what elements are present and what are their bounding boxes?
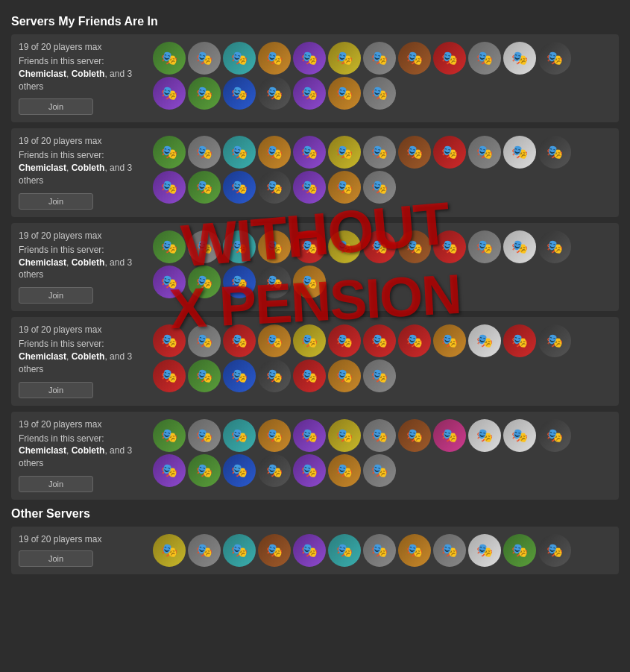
avatar: 🎭 bbox=[258, 136, 291, 169]
avatar: 🎭 bbox=[293, 171, 326, 204]
avatar: 🎭 bbox=[503, 136, 536, 169]
avatar: 🎭 bbox=[328, 77, 361, 110]
friends-text-1: Friends in this server: Chemiclast, Cobl… bbox=[19, 55, 145, 92]
avatar: 🎭 bbox=[188, 136, 221, 169]
avatar: 🎭 bbox=[328, 171, 361, 204]
join-button-2[interactable]: Join bbox=[19, 193, 93, 210]
avatars-grid-4: 🎭 🎭 🎭 🎭 🎭 🎭 🎭 🎭 🎭 🎭 🎭 🎭 🎭 🎭 🎭 🎭 🎭 🎭 🎭 bbox=[153, 324, 600, 392]
player-count-3: 19 of 20 players max bbox=[19, 230, 145, 241]
server-info-4: 19 of 20 players max Friends in this ser… bbox=[19, 324, 145, 398]
friend2-1: Cobleth bbox=[72, 69, 105, 79]
join-button-1[interactable]: Join bbox=[19, 98, 93, 115]
avatar: 🎭 bbox=[293, 136, 326, 169]
server-card-1: 19 of 20 players max Friends in this ser… bbox=[11, 34, 619, 122]
avatar: 🎭 bbox=[398, 534, 431, 567]
friends-text-5: Friends in this server: Chemiclast, Cobl… bbox=[19, 433, 145, 470]
avatar: 🎭 bbox=[503, 42, 536, 75]
other-server-card-1: 19 of 20 players max Join 🎭 🎭 🎭 🎭 🎭 🎭 🎭 … bbox=[11, 527, 619, 574]
join-button-5[interactable]: Join bbox=[19, 476, 93, 492]
avatar: 🎭 bbox=[153, 359, 186, 392]
avatar: 🎭 bbox=[258, 534, 291, 567]
friend2-5: Cobleth bbox=[72, 445, 105, 456]
avatar: 🎭 bbox=[188, 454, 221, 487]
other-section-title: Other Servers bbox=[11, 507, 619, 521]
avatar: 🎭 bbox=[433, 230, 466, 263]
avatar: 🎭 bbox=[538, 534, 571, 567]
join-button-3[interactable]: Join bbox=[19, 287, 93, 304]
avatar: 🎭 bbox=[538, 419, 571, 452]
avatar: 🎭 bbox=[328, 230, 361, 263]
avatar: 🎭 bbox=[468, 136, 501, 169]
server-info-3: 19 of 20 players max Friends in this ser… bbox=[19, 230, 145, 304]
friend1-4: Chemiclast bbox=[19, 351, 66, 362]
avatar: 🎭 bbox=[468, 324, 501, 357]
avatar: 🎭 bbox=[223, 359, 256, 392]
avatar: 🎭 bbox=[328, 324, 361, 357]
avatar: 🎭 bbox=[293, 419, 326, 452]
avatar: 🎭 bbox=[398, 419, 431, 452]
friends-section-title: Servers My Friends Are In bbox=[11, 15, 619, 28]
avatar: 🎭 bbox=[293, 324, 326, 357]
avatar: 🎭 bbox=[538, 42, 571, 75]
avatar: 🎭 bbox=[293, 42, 326, 75]
avatar: 🎭 bbox=[258, 324, 291, 357]
join-button-4[interactable]: Join bbox=[19, 382, 93, 398]
avatar: 🎭 bbox=[188, 324, 221, 357]
friends-text-2: Friends in this server: Chemiclast, Cobl… bbox=[19, 149, 145, 186]
avatar: 🎭 bbox=[258, 77, 291, 110]
player-count-2: 19 of 20 players max bbox=[19, 136, 145, 146]
avatar: 🎭 bbox=[153, 454, 186, 487]
avatar: 🎭 bbox=[538, 136, 571, 169]
friends-text-4: Friends in this server: Chemiclast, Cobl… bbox=[19, 338, 145, 375]
avatar: 🎭 bbox=[188, 77, 221, 110]
friend1-3: Chemiclast bbox=[19, 257, 66, 268]
avatar: 🎭 bbox=[188, 42, 221, 75]
avatar: 🎭 bbox=[153, 42, 186, 75]
avatar: 🎭 bbox=[363, 359, 396, 392]
avatar: 🎭 bbox=[188, 230, 221, 263]
avatar: 🎭 bbox=[468, 42, 501, 75]
friend1-1: Chemiclast bbox=[19, 69, 66, 79]
avatar: 🎭 bbox=[153, 266, 186, 298]
avatar: 🎭 bbox=[223, 42, 256, 75]
avatar: 🎭 bbox=[398, 324, 431, 357]
avatar: 🎭 bbox=[468, 534, 501, 567]
friend2-3: Cobleth bbox=[72, 257, 105, 268]
avatar: 🎭 bbox=[223, 534, 256, 567]
avatars-grid-5: 🎭 🎭 🎭 🎭 🎭 🎭 🎭 🎭 🎭 🎭 🎭 🎭 🎭 🎭 🎭 🎭 🎭 🎭 🎭 bbox=[153, 419, 600, 487]
avatar: 🎭 bbox=[293, 77, 326, 110]
friends-text-3: Friends in this server: Chemiclast, Cobl… bbox=[19, 244, 145, 281]
server-card-2: 19 of 20 players max Friends in this ser… bbox=[11, 128, 619, 216]
other-server-info-1: 19 of 20 players max Join bbox=[19, 534, 145, 567]
avatar: 🎭 bbox=[363, 534, 396, 567]
avatar: 🎭 bbox=[398, 230, 431, 263]
avatar: 🎭 bbox=[293, 359, 326, 392]
avatar: 🎭 bbox=[363, 230, 396, 263]
friend1-2: Chemiclast bbox=[19, 163, 66, 173]
avatar: 🎭 bbox=[503, 324, 536, 357]
avatar: 🎭 bbox=[363, 419, 396, 452]
avatar: 🎭 bbox=[153, 171, 186, 204]
server-info-5: 19 of 20 players max Friends in this ser… bbox=[19, 419, 145, 492]
avatar: 🎭 bbox=[188, 171, 221, 204]
avatar: 🎭 bbox=[223, 266, 256, 298]
avatar: 🎭 bbox=[363, 136, 396, 169]
avatar: 🎭 bbox=[153, 136, 186, 169]
avatar: 🎭 bbox=[153, 230, 186, 263]
server-card-4: 19 of 20 players max Friends in this ser… bbox=[11, 317, 619, 405]
friend1-5: Chemiclast bbox=[19, 445, 66, 456]
avatar: 🎭 bbox=[293, 454, 326, 487]
avatar: 🎭 bbox=[153, 534, 186, 567]
avatar: 🎭 bbox=[398, 42, 431, 75]
avatar: 🎭 bbox=[153, 419, 186, 452]
avatar: 🎭 bbox=[223, 77, 256, 110]
avatar: 🎭 bbox=[503, 419, 536, 452]
avatar: 🎭 bbox=[223, 171, 256, 204]
avatar: 🎭 bbox=[188, 419, 221, 452]
avatar: 🎭 bbox=[398, 136, 431, 169]
other-join-button-1[interactable]: Join bbox=[19, 550, 93, 567]
avatar: 🎭 bbox=[223, 324, 256, 357]
avatars-grid-1: 🎭 🎭 🎭 🎭 🎭 🎭 🎭 🎭 🎭 🎭 🎭 🎭 🎭 🎭 🎭 🎭 🎭 🎭 🎭 bbox=[153, 42, 600, 110]
avatar: 🎭 bbox=[293, 230, 326, 263]
avatar: 🎭 bbox=[188, 534, 221, 567]
